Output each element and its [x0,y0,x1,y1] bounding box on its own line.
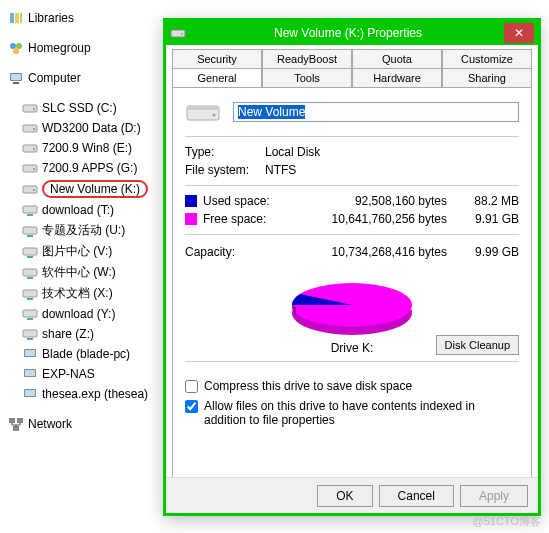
svg-rect-45 [187,106,219,110]
ok-button[interactable]: OK [317,485,372,507]
drive-item[interactable]: 图片中心 (V:) [4,241,161,262]
tab-general-content: New Volume Type:Local Disk File system:N… [172,87,532,485]
capacity-label: Capacity: [185,245,283,259]
drive-item[interactable]: New Volume (K:) [4,178,161,200]
drive-icon-large [185,98,221,126]
computer-icon [8,70,24,86]
tab-hardware[interactable]: Hardware [352,68,442,87]
svg-rect-39 [9,418,15,423]
svg-point-43 [181,33,183,35]
capacity-bytes: 10,734,268,416 bytes [283,245,463,259]
svg-point-14 [33,148,35,150]
svg-rect-29 [23,310,37,317]
tab-tools[interactable]: Tools [262,68,352,87]
properties-dialog: New Volume (K:) Properties ✕ SecurityRea… [163,18,541,516]
used-bytes: 92,508,160 bytes [283,194,463,208]
svg-rect-25 [23,269,37,276]
svg-rect-22 [27,235,33,237]
drive-item[interactable]: EXP-NAS [4,364,161,384]
tab-general[interactable]: General [172,68,262,87]
compress-checkbox[interactable] [185,380,198,393]
computer-node[interactable]: Computer [4,68,161,88]
tab-readyboost[interactable]: ReadyBoost [262,49,352,68]
svg-rect-7 [11,74,21,80]
drive-item[interactable]: download (Y:) [4,304,161,324]
svg-rect-26 [27,277,33,279]
drive-item[interactable]: Blade (blade-pc) [4,344,161,364]
titlebar[interactable]: New Volume (K:) Properties ✕ [166,21,538,45]
capacity-human: 9.99 GB [463,245,519,259]
libraries-node[interactable]: Libraries [4,8,161,28]
type-label: Type: [185,145,265,159]
svg-rect-13 [23,145,37,152]
svg-rect-2 [20,13,22,23]
drive-item[interactable]: 软件中心 (W:) [4,262,161,283]
disk-cleanup-button[interactable]: Disk Cleanup [436,335,519,355]
used-label: Used space: [203,194,283,208]
explorer-tree: Libraries Homegroup Computer SLC SSD (C:… [0,0,165,533]
compress-label: Compress this drive to save disk space [204,379,412,393]
drive-label: 7200.9 Win8 (E:) [42,141,132,155]
homegroup-label: Homegroup [28,41,91,55]
drive-item[interactable]: SLC SSD (C:) [4,98,161,118]
network-label: Network [28,417,72,431]
homegroup-node[interactable]: Homegroup [4,38,161,58]
dialog-title: New Volume (K:) Properties [192,26,504,40]
free-swatch [185,213,197,225]
svg-point-16 [33,168,35,170]
svg-rect-27 [23,290,37,297]
libraries-icon [8,10,24,26]
network-node[interactable]: Network [4,414,161,434]
index-checkbox[interactable] [185,400,198,413]
tab-quota[interactable]: Quota [352,49,442,68]
drive-label: 软件中心 (W:) [42,264,116,281]
drive-label: SLC SSD (C:) [42,101,117,115]
cancel-button[interactable]: Cancel [379,485,454,507]
svg-rect-24 [27,256,33,258]
drive-label: 专题及活动 (U:) [42,222,125,239]
svg-rect-15 [23,165,37,172]
svg-rect-32 [27,338,33,340]
free-bytes: 10,641,760,256 bytes [283,212,463,226]
drive-item[interactable]: 7200.9 APPS (G:) [4,158,161,178]
svg-rect-21 [23,227,37,234]
svg-rect-1 [15,13,19,23]
drive-icon [170,25,186,41]
svg-rect-36 [25,370,35,376]
drive-label: EXP-NAS [42,367,95,381]
drive-label: 7200.9 APPS (G:) [42,161,137,175]
index-label: Allow files on this drive to have conten… [204,399,519,427]
drive-label: thesea.exp (thesea) [42,387,148,401]
svg-point-12 [33,128,35,130]
drive-item[interactable]: WD3200 Data (D:) [4,118,161,138]
drive-label: WD3200 Data (D:) [42,121,141,135]
drive-item[interactable]: share (Z:) [4,324,161,344]
drive-item[interactable]: 技术文档 (X:) [4,283,161,304]
homegroup-icon [8,40,24,56]
used-swatch [185,195,197,207]
volume-name-input[interactable]: New Volume [233,102,519,122]
svg-rect-34 [25,350,35,356]
tab-sharing[interactable]: Sharing [442,68,532,87]
dialog-buttons: OK Cancel Apply [166,477,538,513]
tab-strip: SecurityReadyBoostQuotaCustomize General… [166,45,538,87]
tab-security[interactable]: Security [172,49,262,68]
apply-button[interactable]: Apply [460,485,528,507]
svg-point-46 [213,114,216,117]
drive-item[interactable]: 7200.9 Win8 (E:) [4,138,161,158]
tab-customize[interactable]: Customize [442,49,532,68]
svg-point-4 [16,43,22,49]
watermark: @51CTO博客 [473,514,541,529]
svg-rect-9 [23,105,37,112]
drive-item[interactable]: download (T:) [4,200,161,220]
svg-rect-40 [17,418,23,423]
drive-item[interactable]: 专题及活动 (U:) [4,220,161,241]
drive-label: download (Y:) [42,307,115,321]
libraries-label: Libraries [28,11,74,25]
svg-rect-38 [25,390,35,396]
used-human: 88.2 MB [463,194,519,208]
close-button[interactable]: ✕ [504,23,534,43]
drive-item[interactable]: thesea.exp (thesea) [4,384,161,404]
free-human: 9.91 GB [463,212,519,226]
svg-rect-0 [10,13,14,23]
